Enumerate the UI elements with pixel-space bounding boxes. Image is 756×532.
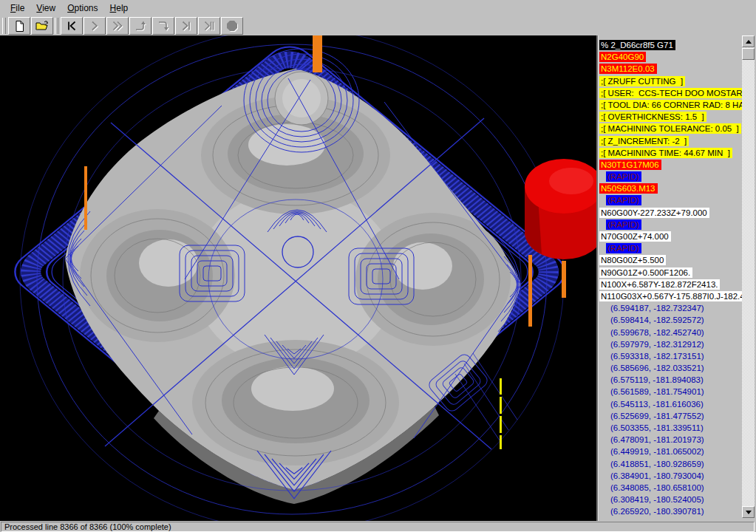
gcode-line[interactable]: (6.598414, -182.592572) <box>599 315 742 327</box>
stop-button[interactable] <box>221 17 243 35</box>
scroll-up-button[interactable] <box>742 35 755 47</box>
status-bar: Processed line 8366 of 8366 (100% comple… <box>0 521 756 532</box>
gcode-line[interactable]: % 2_D66cr8f5 G71 <box>599 40 742 52</box>
go-to-start-button[interactable] <box>61 17 83 35</box>
gcode-line[interactable]: N60G00Y-227.233Z+79.000 <box>599 208 742 219</box>
gcode-line[interactable]: (6.503355, -181.339511) <box>599 423 742 434</box>
gcode-line[interactable]: (6.265920, -180.390781) <box>599 506 742 518</box>
menu-help[interactable]: Help <box>104 1 134 16</box>
gcode-line[interactable]: N90G01Z+0.500F1206. <box>599 267 742 279</box>
gcode-line[interactable]: (6.525699, -181.477552) <box>599 411 742 423</box>
main-area: % 2_D66cr8f5 G71N2G40G90N3M112E0.03;[ ZR… <box>0 35 756 521</box>
fast-forward-icon <box>112 20 123 32</box>
gcode-line[interactable]: N100X+6.587Y-182.872F2413. <box>599 279 742 291</box>
go-to-end-button[interactable] <box>175 17 197 35</box>
gcode-scrollbar[interactable] <box>742 35 755 518</box>
jump-down-button[interactable] <box>152 17 174 35</box>
gcode-line[interactable]: ;[ Z_INCREMENT: -2 ] <box>599 136 742 148</box>
gcode-line[interactable]: (6.384901, -180.793004) <box>599 471 742 482</box>
go-to-end-pause-button[interactable] <box>198 17 220 35</box>
new-file-button[interactable] <box>8 17 30 35</box>
gcode-line[interactable]: (6.308419, -180.524005) <box>599 494 742 506</box>
simulation-viewport[interactable] <box>0 35 596 521</box>
gcode-line[interactable]: (6.545113, -181.616036) <box>599 399 742 411</box>
application-window: File View Options Help <box>0 0 756 532</box>
gcode-list: % 2_D66cr8f5 G71N2G40G90N3M112E0.03;[ ZR… <box>599 35 742 521</box>
gcode-line[interactable]: (RAPID) <box>599 219 742 231</box>
gcode-line[interactable]: N70G00Z+74.000 <box>599 231 742 243</box>
jump-up-button[interactable] <box>129 17 151 35</box>
scroll-up-icon <box>746 40 752 44</box>
viewport-3d-scene <box>0 35 596 521</box>
gcode-line[interactable]: (6.599678, -182.452740) <box>599 327 742 339</box>
gcode-line[interactable]: N30T1G17M06 <box>599 160 742 171</box>
jump-down-icon <box>157 20 169 32</box>
go-to-end-icon <box>180 20 192 32</box>
gcode-line[interactable]: N80G00Z+5.500 <box>599 255 742 267</box>
gcode-line[interactable]: N3M112E0.03 <box>599 64 742 75</box>
cutting-tool <box>525 159 596 259</box>
new-document-icon <box>13 20 26 33</box>
gcode-line[interactable]: (6.418851, -180.928659) <box>599 459 742 471</box>
menu-bar: File View Options Help <box>0 0 756 16</box>
gcode-line[interactable]: (RAPID) <box>599 243 742 255</box>
gcode-line[interactable]: ;[ MACHINING TOLERANCE: 0.05 ] <box>599 123 742 135</box>
gcode-line[interactable]: ;[ OVERTHICKNESS: 1.5 ] <box>599 112 742 123</box>
gcode-line[interactable]: (6.597979, -182.312912) <box>599 339 742 351</box>
toolbar-grip[interactable] <box>55 18 58 34</box>
scroll-thumb[interactable] <box>742 48 755 60</box>
gcode-line[interactable]: (6.593318, -182.173151) <box>599 351 742 363</box>
go-to-start-icon <box>66 20 78 32</box>
gcode-line[interactable]: (6.348085, -180.658100) <box>599 482 742 494</box>
scroll-down-icon <box>746 511 752 514</box>
gcode-line[interactable]: (6.594187, -182.732347) <box>599 303 742 315</box>
gcode-line[interactable]: ;[ TOOL DIA: 66 CORNER RAD: 8 HALF <box>599 100 742 112</box>
gcode-line[interactable]: (6.449919, -181.065002) <box>599 446 742 458</box>
gcode-line[interactable]: (6.561589, -181.754901) <box>599 386 742 398</box>
gcode-line[interactable]: (RAPID) <box>599 195 742 207</box>
menu-file[interactable]: File <box>4 1 30 16</box>
gcode-line[interactable]: (RAPID) <box>599 171 742 183</box>
toolbar <box>0 16 756 35</box>
gcode-line[interactable]: N50S603.M13 <box>599 183 742 195</box>
menu-options[interactable]: Options <box>61 1 103 16</box>
step-forward-button[interactable] <box>84 17 106 35</box>
step-forward-icon <box>89 20 101 32</box>
gcode-line[interactable]: N110G03X+0.567Y-175.887I0.J-182.463 <box>599 291 742 303</box>
yellow-marker <box>500 378 502 449</box>
gcode-line[interactable]: N2G40G90 <box>599 52 742 64</box>
gcode-line[interactable]: (6.575119, -181.894083) <box>599 375 742 386</box>
open-file-icon <box>35 20 50 32</box>
go-to-end-pause-icon <box>203 20 215 32</box>
scroll-down-button[interactable] <box>742 506 755 518</box>
gcode-panel: % 2_D66cr8f5 G71N2G40G90N3M112E0.03;[ ZR… <box>596 35 756 521</box>
gcode-line[interactable]: (6.478091, -181.201973) <box>599 434 742 446</box>
gcode-line[interactable]: ;[ MACHINING TIME: 44.67 MIN ] <box>599 148 742 160</box>
stop-icon <box>226 20 238 32</box>
gcode-line[interactable]: ;[ ZRUFF CUTTING ] <box>599 76 742 88</box>
open-file-button[interactable] <box>31 17 53 35</box>
status-text: Processed line 8366 of 8366 (100% comple… <box>1 522 755 532</box>
jump-up-icon <box>134 20 146 32</box>
gcode-line[interactable]: (6.585696, -182.033521) <box>599 363 742 375</box>
gcode-line[interactable]: ;[ USER: CCS-TECH DOO MOSTAR ] <box>599 88 742 100</box>
menu-view[interactable]: View <box>30 1 61 16</box>
toolbar-grip[interactable] <box>2 18 6 34</box>
fast-forward-button[interactable] <box>106 17 129 35</box>
